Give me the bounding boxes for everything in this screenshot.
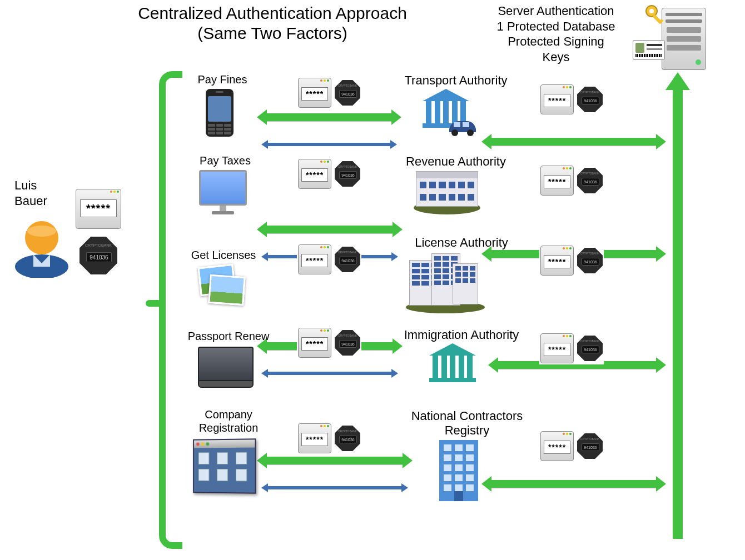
password-field-icon: *****: [540, 431, 574, 461]
svg-rect-8: [463, 122, 469, 127]
svg-point-1: [649, 9, 654, 13]
office-building-icon: [414, 171, 480, 214]
id-card-icon: [633, 40, 665, 60]
car-icon: [446, 116, 479, 138]
server-icon: [662, 8, 706, 70]
double-arrow-green-icon: [481, 136, 666, 148]
photos-icon: [199, 266, 244, 304]
security-token-icon: CRYPTOBANK941036: [577, 87, 603, 112]
application-window-icon: [192, 439, 256, 493]
security-token-icon: CRYPTOBANK941036: [335, 247, 360, 272]
password-field-icon: *****: [540, 166, 574, 196]
title-line1: Centralized Authentication Approach: [128, 3, 417, 23]
password-field-icon: *****: [540, 246, 574, 276]
auth-factors: ***** CRYPTOBANK941036: [297, 243, 361, 276]
password-field-icon: *****: [76, 189, 121, 229]
svg-rect-7: [454, 122, 460, 127]
security-token-icon: CRYPTOBANK941036: [335, 426, 360, 451]
user-name: Luis Bauer: [14, 178, 47, 208]
auth-factors: ***** CRYPTOBANK941036: [539, 83, 604, 116]
double-arrow-green-icon: [257, 454, 413, 467]
city-buildings-icon: [409, 250, 481, 311]
double-arrow-blue-icon: [261, 484, 408, 491]
bracket-icon: [159, 71, 182, 549]
double-arrow-blue-icon: [261, 370, 398, 377]
svg-point-9: [451, 129, 458, 136]
action-label: Passport Renew: [176, 330, 281, 343]
user-avatar-icon: [11, 211, 72, 278]
double-arrow-green-icon: [257, 111, 401, 123]
double-arrow-blue-icon: [261, 141, 397, 148]
double-arrow-green-icon: [481, 478, 666, 490]
password-field-icon: *****: [540, 333, 574, 363]
diagram-title: Centralized Authentication Approach (Sam…: [128, 3, 417, 43]
key-icon: [644, 3, 668, 28]
authority-label: Immigration Authority: [395, 328, 528, 342]
password-field-icon: *****: [298, 78, 331, 108]
svg-point-10: [467, 129, 474, 136]
auth-factors: ***** CRYPTOBANK941036: [297, 422, 361, 454]
authority-label: Transport Authority: [395, 73, 517, 88]
security-token-icon: CRYPTOBANK941036: [577, 248, 603, 273]
svg-point-6: [27, 226, 56, 237]
auth-factors: ***** CRYPTOBANK941036: [539, 332, 604, 364]
security-token-icon: CRYPTOBANK 941036: [80, 237, 117, 274]
authority-label: License Authority: [400, 236, 523, 250]
action-label: Pay Fines: [183, 73, 261, 86]
tower-building-icon: [439, 440, 478, 501]
bracket-nub-icon: [146, 300, 161, 307]
security-token-icon: CRYPTOBANK941036: [335, 161, 360, 187]
action-label: Get Licenses: [179, 249, 268, 262]
government-building-icon: [429, 343, 476, 382]
action-label: Company Registration: [187, 408, 270, 434]
auth-factors: ***** CRYPTOBANK941036: [539, 164, 604, 197]
security-token-icon: CRYPTOBANK941036: [335, 330, 360, 356]
security-token-icon: CRYPTOBANK941036: [577, 433, 603, 459]
password-field-icon: *****: [298, 244, 331, 274]
smartphone-icon: [206, 89, 234, 137]
title-line2: (Same Two Factors): [128, 23, 417, 43]
password-field-icon: *****: [540, 84, 574, 114]
auth-factors: ***** CRYPTOBANK941036: [539, 244, 604, 277]
user-auth-factors: ***** CRYPTOBANK 941036: [74, 188, 122, 276]
monitor-icon: [199, 170, 247, 214]
server-caption: Server Authentication 1 Protected Databa…: [473, 3, 639, 64]
up-arrow-icon: [665, 72, 690, 539]
double-arrow-green-icon: [257, 223, 403, 236]
laptop-icon: [198, 347, 254, 388]
security-token-icon: CRYPTOBANK941036: [335, 80, 360, 106]
password-field-icon: *****: [298, 328, 331, 358]
password-field-icon: *****: [298, 159, 331, 189]
auth-factors: ***** CRYPTOBANK941036: [297, 327, 361, 359]
password-field-icon: *****: [298, 423, 331, 453]
authority-label: Revenue Authority: [395, 154, 517, 169]
security-token-icon: CRYPTOBANK941036: [577, 168, 603, 193]
auth-factors: ***** CRYPTOBANK941036: [539, 430, 604, 462]
action-label: Pay Taxes: [183, 154, 267, 167]
auth-factors: ***** CRYPTOBANK941036: [297, 77, 361, 109]
security-token-icon: CRYPTOBANK941036: [577, 336, 603, 361]
auth-factors: ***** CRYPTOBANK941036: [297, 158, 361, 190]
authority-label: National Contractors Registry: [400, 409, 534, 438]
